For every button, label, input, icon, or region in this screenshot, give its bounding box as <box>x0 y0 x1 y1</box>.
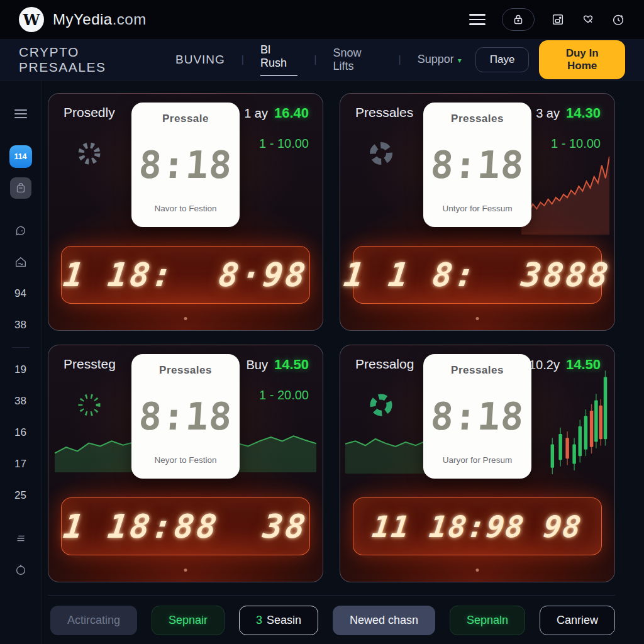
countdown-digits: 1 1 8: 3888 <box>341 256 613 294</box>
sidebar-item-94[interactable]: 94 <box>0 278 41 309</box>
clock-title: Pressale <box>162 113 209 125</box>
page-title: CRYPTO PRESAALES <box>19 45 162 75</box>
card-title: Pressteg <box>64 357 116 372</box>
price-label: 3 ay <box>536 106 560 121</box>
sidebar-item-19[interactable]: 19 <box>0 354 41 386</box>
page-subtitle: BUVING <box>175 53 225 67</box>
gear-burst-icon <box>75 139 104 170</box>
bag-icon <box>14 181 28 195</box>
segment-ring-icon <box>367 139 396 170</box>
sepnaln-button[interactable]: Sepnaln <box>450 606 525 635</box>
price-value: 14.50 <box>274 357 309 373</box>
chevron-down-icon: ▾ <box>458 56 462 65</box>
sidebar-item-114[interactable]: 114 <box>9 145 32 168</box>
sidebar-item-38[interactable]: 38 <box>0 309 41 341</box>
expand-dot[interactable] <box>184 569 187 572</box>
card-title: Prosedly <box>64 105 115 120</box>
clock-time: 8:18 <box>428 377 526 455</box>
price-label: Buy <box>246 358 267 372</box>
naye-button[interactable]: Пaye <box>475 47 530 72</box>
presale-card-1[interactable]: Prosedly 1 ay 16.40 1 - 10.00 Pressale 8… <box>48 93 323 331</box>
clock-title: Pressales <box>451 364 504 377</box>
home-icon[interactable] <box>14 255 28 269</box>
clock-subtitle: Navor to Festion <box>154 204 216 217</box>
sidebar-item-16[interactable]: 16 <box>0 417 41 448</box>
nav-tab-snow-lifts[interactable]: Snow Lifts <box>333 47 382 73</box>
presale-clock-widget: Pressales 8:18 Uaryor for Presum <box>423 354 531 479</box>
heart-icon[interactable] <box>581 13 595 26</box>
card-title: Pressales <box>355 105 413 120</box>
presale-card-2[interactable]: Pressales 3 ay 14.30 1 - 10.00 Pressales… <box>340 93 615 331</box>
countdown-digits: 1 18:88 38 <box>61 508 310 545</box>
brand[interactable]: W MyYedia.com <box>19 7 147 32</box>
clock-time: 8:18 <box>428 125 526 204</box>
newed-chasn-button[interactable]: Newed chasn <box>333 606 435 635</box>
presale-card-4[interactable]: Pressalog 10.2y 14.50 Pressales 8:18 Uar… <box>340 345 615 582</box>
actircating-button[interactable]: Actircating <box>50 606 137 635</box>
timer-icon[interactable] <box>14 563 28 577</box>
lock-button[interactable] <box>502 8 535 31</box>
clock-title: Pressales <box>159 364 212 377</box>
sun-burst-icon <box>75 391 104 422</box>
clock-subtitle: Untyor for Fessum <box>442 204 512 217</box>
range-value: 1 - 10.00 <box>551 136 601 151</box>
sepnair-button[interactable]: Sepnair <box>152 606 225 635</box>
history-clock-icon[interactable] <box>611 13 625 26</box>
presale-clock-widget: Pressales 8:18 Neyor to Festion <box>131 354 240 479</box>
season-count: 3 <box>256 614 262 626</box>
divider <box>12 347 30 348</box>
expand-dot[interactable] <box>476 317 479 320</box>
season-button[interactable]: 3Seasin <box>239 606 318 635</box>
buy-in-home-button[interactable]: Duy In Home <box>539 40 625 79</box>
countdown-display: 1 18: 8·98 <box>61 246 310 304</box>
sidebar-menu-icon[interactable] <box>14 109 27 118</box>
countdown-display: 1 1 8: 3888 <box>353 246 602 304</box>
sidebar-item-25[interactable]: 25 <box>0 480 41 511</box>
season-label: Seasin <box>267 614 301 626</box>
divider: | <box>239 54 247 65</box>
clock-subtitle: Neyor to Festion <box>154 455 216 469</box>
countdown-digits: 1 18: 8·98 <box>61 256 310 294</box>
expand-dot[interactable] <box>184 317 187 320</box>
price-value: 14.30 <box>566 105 601 121</box>
price-sparkline <box>521 154 609 235</box>
brand-suffix: .com <box>113 11 147 28</box>
gallery-icon[interactable] <box>551 13 565 26</box>
list-icon[interactable] <box>14 531 28 545</box>
clock-time: 8:18 <box>136 377 235 455</box>
footer-toolbar: Actircating Sepnair 3Seasin Newed chasn … <box>48 595 615 644</box>
brand-text: MyYedia <box>53 11 113 28</box>
menu-icon[interactable] <box>469 14 486 25</box>
countdown-display: 1 18:88 38 <box>61 497 310 555</box>
chat-icon[interactable] <box>14 224 28 238</box>
nav-tab-bl-rush[interactable]: Bl Rush <box>260 43 297 76</box>
price-value: 16.40 <box>274 105 309 121</box>
lock-icon <box>511 13 525 26</box>
clock-time: 8:18 <box>136 125 235 204</box>
presale-clock-widget: Pressale 8:18 Navor to Festion <box>131 103 240 227</box>
price-label: 1 ay <box>244 106 268 121</box>
brand-name: MyYedia.com <box>53 11 147 28</box>
sidebar-item-38b[interactable]: 38 <box>0 386 41 417</box>
nav-tab-support-label: Suppor <box>418 53 454 65</box>
expand-dot[interactable] <box>476 569 479 572</box>
card-title: Pressalog <box>355 357 414 372</box>
range-value: 1 - 20.00 <box>259 388 309 402</box>
clock-title: Pressales <box>451 113 504 125</box>
sidebar: 114 94 38 19 38 16 17 25 <box>0 80 42 644</box>
main-content: Prosedly 1 ay 16.40 1 - 10.00 Pressale 8… <box>42 80 644 644</box>
countdown-digits: 11 18:98 98 <box>370 509 584 544</box>
nav-tab-support[interactable]: Suppor▾ <box>418 53 462 66</box>
top-header: W MyYedia.com <box>0 0 644 39</box>
recycle-ring-icon <box>367 391 396 422</box>
presale-card-3[interactable]: Pressteg Buy 14.50 1 - 20.00 Pressales 8… <box>48 345 323 582</box>
clock-subtitle: Uaryor for Presum <box>443 455 512 469</box>
presale-clock-widget: Pressales 8:18 Untyor for Fessum <box>423 103 531 227</box>
divider: | <box>396 54 403 65</box>
sidebar-bag-button[interactable] <box>10 177 31 199</box>
range-value: 1 - 10.00 <box>259 136 309 151</box>
divider: | <box>311 54 319 65</box>
sidebar-item-17[interactable]: 17 <box>0 448 41 480</box>
canriew-button[interactable]: Canriew <box>540 606 615 635</box>
nav-bar: CRYPTO PRESAALES BUVING | Bl Rush | Snow… <box>0 39 644 80</box>
